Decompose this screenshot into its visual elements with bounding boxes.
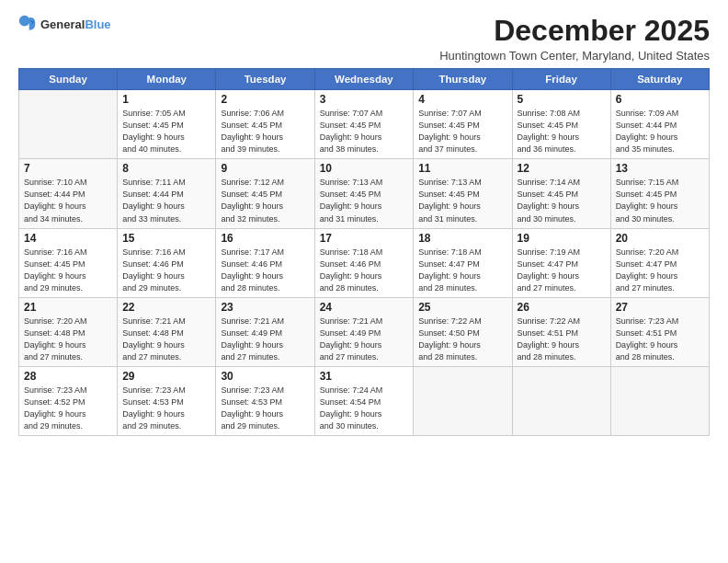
calendar-day-header: Wednesday xyxy=(314,69,414,90)
day-number: 27 xyxy=(616,301,704,314)
day-number: 26 xyxy=(518,301,606,314)
calendar-day-cell: 28Sunrise: 7:23 AM Sunset: 4:52 PM Dayli… xyxy=(19,366,118,435)
calendar-day-cell: 9Sunrise: 7:12 AM Sunset: 4:45 PM Daylig… xyxy=(216,159,314,228)
day-info: Sunrise: 7:18 AM Sunset: 4:47 PM Dayligh… xyxy=(418,247,506,294)
calendar-day-cell: 29Sunrise: 7:23 AM Sunset: 4:53 PM Dayli… xyxy=(118,366,216,435)
day-info: Sunrise: 7:20 AM Sunset: 4:47 PM Dayligh… xyxy=(616,247,704,294)
day-number: 22 xyxy=(122,301,210,314)
calendar-day-header: Thursday xyxy=(414,69,512,90)
day-info: Sunrise: 7:23 AM Sunset: 4:53 PM Dayligh… xyxy=(221,385,309,432)
calendar-day-cell: 25Sunrise: 7:22 AM Sunset: 4:50 PM Dayli… xyxy=(414,297,512,366)
day-info: Sunrise: 7:11 AM Sunset: 4:44 PM Dayligh… xyxy=(122,177,210,224)
page: GeneralBlue December 2025 Huntingtown To… xyxy=(0,0,728,563)
calendar-day-cell: 15Sunrise: 7:16 AM Sunset: 4:46 PM Dayli… xyxy=(118,228,216,297)
day-number: 19 xyxy=(518,232,606,245)
day-number: 1 xyxy=(122,93,210,106)
month-title: December 2025 xyxy=(439,15,710,47)
calendar-table: SundayMondayTuesdayWednesdayThursdayFrid… xyxy=(18,68,710,436)
calendar-day-cell: 30Sunrise: 7:23 AM Sunset: 4:53 PM Dayli… xyxy=(216,366,314,435)
calendar-day-cell: 31Sunrise: 7:24 AM Sunset: 4:54 PM Dayli… xyxy=(314,366,414,435)
calendar-day-cell xyxy=(610,366,709,435)
day-number: 25 xyxy=(418,301,506,314)
calendar-day-cell: 6Sunrise: 7:09 AM Sunset: 4:44 PM Daylig… xyxy=(610,90,709,159)
day-info: Sunrise: 7:12 AM Sunset: 4:45 PM Dayligh… xyxy=(221,177,309,224)
day-info: Sunrise: 7:23 AM Sunset: 4:51 PM Dayligh… xyxy=(616,316,704,363)
day-info: Sunrise: 7:16 AM Sunset: 4:46 PM Dayligh… xyxy=(122,247,210,294)
day-number: 4 xyxy=(418,93,506,106)
calendar-week-row: 1Sunrise: 7:05 AM Sunset: 4:45 PM Daylig… xyxy=(19,90,710,159)
day-info: Sunrise: 7:09 AM Sunset: 4:44 PM Dayligh… xyxy=(616,108,704,155)
calendar-day-cell: 2Sunrise: 7:06 AM Sunset: 4:45 PM Daylig… xyxy=(216,90,314,159)
logo-text: GeneralBlue xyxy=(40,16,111,32)
calendar-week-row: 7Sunrise: 7:10 AM Sunset: 4:44 PM Daylig… xyxy=(19,159,710,228)
day-number: 5 xyxy=(518,93,606,106)
calendar-week-row: 21Sunrise: 7:20 AM Sunset: 4:48 PM Dayli… xyxy=(19,297,710,366)
day-number: 2 xyxy=(221,93,309,106)
calendar-day-cell xyxy=(512,366,610,435)
day-info: Sunrise: 7:13 AM Sunset: 4:45 PM Dayligh… xyxy=(418,177,506,224)
logo-blue: Blue xyxy=(85,17,110,31)
calendar-day-cell: 18Sunrise: 7:18 AM Sunset: 4:47 PM Dayli… xyxy=(414,228,512,297)
day-number: 12 xyxy=(518,162,606,175)
day-number: 23 xyxy=(221,301,309,314)
calendar-day-cell: 5Sunrise: 7:08 AM Sunset: 4:45 PM Daylig… xyxy=(512,90,610,159)
day-info: Sunrise: 7:20 AM Sunset: 4:48 PM Dayligh… xyxy=(24,316,112,363)
calendar-day-cell: 23Sunrise: 7:21 AM Sunset: 4:49 PM Dayli… xyxy=(216,297,314,366)
calendar-day-header: Friday xyxy=(512,69,610,90)
day-number: 8 xyxy=(122,162,210,175)
calendar-day-cell: 16Sunrise: 7:17 AM Sunset: 4:46 PM Dayli… xyxy=(216,228,314,297)
day-info: Sunrise: 7:21 AM Sunset: 4:49 PM Dayligh… xyxy=(221,316,309,363)
day-number: 18 xyxy=(418,232,506,245)
calendar-day-cell: 24Sunrise: 7:21 AM Sunset: 4:49 PM Dayli… xyxy=(314,297,414,366)
calendar-day-cell: 26Sunrise: 7:22 AM Sunset: 4:51 PM Dayli… xyxy=(512,297,610,366)
calendar-day-header: Sunday xyxy=(19,69,118,90)
day-info: Sunrise: 7:08 AM Sunset: 4:45 PM Dayligh… xyxy=(518,108,606,155)
calendar-day-cell: 14Sunrise: 7:16 AM Sunset: 4:45 PM Dayli… xyxy=(19,228,118,297)
day-info: Sunrise: 7:17 AM Sunset: 4:46 PM Dayligh… xyxy=(221,247,309,294)
day-info: Sunrise: 7:24 AM Sunset: 4:54 PM Dayligh… xyxy=(320,385,409,432)
day-number: 13 xyxy=(616,162,704,175)
calendar-day-cell: 7Sunrise: 7:10 AM Sunset: 4:44 PM Daylig… xyxy=(19,159,118,228)
calendar-day-cell: 12Sunrise: 7:14 AM Sunset: 4:45 PM Dayli… xyxy=(512,159,610,228)
day-number: 30 xyxy=(221,370,309,383)
day-info: Sunrise: 7:18 AM Sunset: 4:46 PM Dayligh… xyxy=(320,247,409,294)
day-info: Sunrise: 7:14 AM Sunset: 4:45 PM Dayligh… xyxy=(518,177,606,224)
day-number: 14 xyxy=(24,232,112,245)
calendar-week-row: 14Sunrise: 7:16 AM Sunset: 4:45 PM Dayli… xyxy=(19,228,710,297)
day-info: Sunrise: 7:10 AM Sunset: 4:44 PM Dayligh… xyxy=(24,177,112,224)
day-number: 31 xyxy=(320,370,409,383)
day-number: 9 xyxy=(221,162,309,175)
calendar-day-cell: 4Sunrise: 7:07 AM Sunset: 4:45 PM Daylig… xyxy=(414,90,512,159)
day-info: Sunrise: 7:23 AM Sunset: 4:52 PM Dayligh… xyxy=(24,385,112,432)
calendar-day-cell: 8Sunrise: 7:11 AM Sunset: 4:44 PM Daylig… xyxy=(118,159,216,228)
day-number: 6 xyxy=(616,93,704,106)
day-number: 15 xyxy=(122,232,210,245)
calendar-day-cell: 19Sunrise: 7:19 AM Sunset: 4:47 PM Dayli… xyxy=(512,228,610,297)
day-info: Sunrise: 7:16 AM Sunset: 4:45 PM Dayligh… xyxy=(24,247,112,294)
calendar-day-cell: 21Sunrise: 7:20 AM Sunset: 4:48 PM Dayli… xyxy=(19,297,118,366)
calendar-day-header: Monday xyxy=(118,69,216,90)
day-number: 17 xyxy=(320,232,409,245)
calendar-day-cell: 10Sunrise: 7:13 AM Sunset: 4:45 PM Dayli… xyxy=(314,159,414,228)
day-number: 10 xyxy=(320,162,409,175)
day-info: Sunrise: 7:21 AM Sunset: 4:49 PM Dayligh… xyxy=(320,316,409,363)
calendar-day-cell: 11Sunrise: 7:13 AM Sunset: 4:45 PM Dayli… xyxy=(414,159,512,228)
day-number: 16 xyxy=(221,232,309,245)
day-info: Sunrise: 7:15 AM Sunset: 4:45 PM Dayligh… xyxy=(616,177,704,224)
day-number: 3 xyxy=(320,93,409,106)
day-number: 29 xyxy=(122,370,210,383)
calendar-day-cell: 3Sunrise: 7:07 AM Sunset: 4:45 PM Daylig… xyxy=(314,90,414,159)
calendar-day-cell xyxy=(19,90,118,159)
calendar-day-cell: 13Sunrise: 7:15 AM Sunset: 4:45 PM Dayli… xyxy=(610,159,709,228)
day-number: 24 xyxy=(320,301,409,314)
day-number: 21 xyxy=(24,301,112,314)
day-info: Sunrise: 7:06 AM Sunset: 4:45 PM Dayligh… xyxy=(221,108,309,155)
calendar-day-cell: 17Sunrise: 7:18 AM Sunset: 4:46 PM Dayli… xyxy=(314,228,414,297)
day-info: Sunrise: 7:23 AM Sunset: 4:53 PM Dayligh… xyxy=(122,385,210,432)
day-info: Sunrise: 7:05 AM Sunset: 4:45 PM Dayligh… xyxy=(122,108,210,155)
day-number: 7 xyxy=(24,162,112,175)
calendar-header-row: SundayMondayTuesdayWednesdayThursdayFrid… xyxy=(19,69,710,90)
calendar-day-cell: 27Sunrise: 7:23 AM Sunset: 4:51 PM Dayli… xyxy=(610,297,709,366)
day-info: Sunrise: 7:21 AM Sunset: 4:48 PM Dayligh… xyxy=(122,316,210,363)
calendar-day-cell: 1Sunrise: 7:05 AM Sunset: 4:45 PM Daylig… xyxy=(118,90,216,159)
